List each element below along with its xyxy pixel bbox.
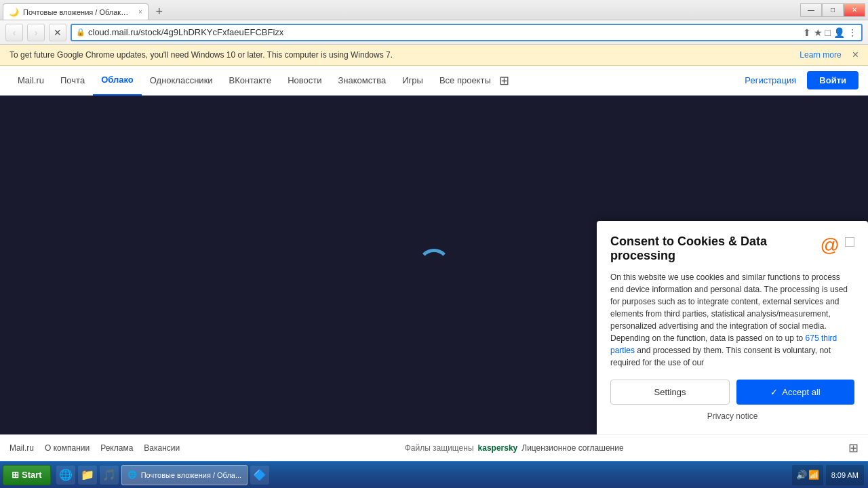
maximize-button[interactable]: □: [822, 3, 844, 17]
back-icon: ‹: [13, 27, 16, 38]
reload-button[interactable]: ✕: [49, 24, 66, 41]
minimize-button[interactable]: —: [800, 3, 822, 17]
cookie-dialog-buttons: Settings ✓ Accept all: [610, 380, 854, 405]
taskbar-right: 🔊 📶 8:09 AM: [792, 465, 868, 485]
site-navigation: Mail.ru Почта Облако Одноклассники ВКонт…: [0, 66, 868, 96]
footer-left-links: Mail.ru О компании Реклама Вакансии: [9, 443, 180, 453]
bookmark-icon[interactable]: ★: [814, 27, 823, 38]
navigation-bar: ‹ › ✕ 🔒 ⬆ ★ □ 👤 ⋮: [0, 20, 868, 45]
info-bar-close[interactable]: ×: [852, 49, 859, 61]
taskbar-ie-icon[interactable]: 🌐: [56, 466, 75, 485]
cookie-settings-button[interactable]: Settings: [610, 380, 730, 405]
back-button[interactable]: ‹: [5, 24, 23, 41]
chrome-favicon: 🌐: [127, 470, 137, 479]
main-content: Consent to Cookies & Data processing @ O…: [0, 96, 868, 434]
new-tab-button[interactable]: +: [151, 3, 167, 20]
learn-more-link[interactable]: Learn more: [800, 50, 841, 60]
info-bar: To get future Google Chrome updates, you…: [0, 45, 868, 66]
forward-icon: ›: [35, 27, 38, 38]
nav-item-znakomstva[interactable]: Знакомства: [330, 66, 394, 96]
clock-time: 8:09 AM: [831, 471, 859, 479]
privacy-notice-link[interactable]: Privacy notice: [610, 411, 854, 421]
taskbar-folder-icon[interactable]: 📁: [78, 466, 97, 485]
browser-tab[interactable]: 🌙 Почтовые вложения / Облако Ма... ×: [3, 3, 149, 20]
network-icon[interactable]: 📶: [808, 470, 819, 480]
cookie-dialog-title: Consent to Cookies & Data processing: [610, 235, 815, 263]
footer-vacancies[interactable]: Вакансии: [144, 443, 180, 453]
site-footer: Mail.ru О компании Реклама Вакансии Файл…: [0, 434, 868, 461]
nav-item-pochta[interactable]: Почта: [52, 66, 93, 96]
taskbar-quick-launch: 🌐 📁 🎵 🌐 Почтовые вложения / Обла... 🔷: [56, 465, 269, 485]
start-label: Start: [22, 470, 42, 480]
cookie-consent-dialog: Consent to Cookies & Data processing @ O…: [597, 221, 868, 434]
profile-icon[interactable]: 👤: [833, 27, 845, 38]
nav-item-odnoklassniki[interactable]: Одноклассники: [142, 66, 221, 96]
cookie-accept-button[interactable]: ✓ Accept all: [736, 380, 854, 405]
nav-item-vsepro[interactable]: Все проекты: [431, 66, 499, 96]
nav-item-vkontakte[interactable]: ВКонтакте: [221, 66, 280, 96]
title-bar: 🌙 Почтовые вложения / Облако Ма... × + —…: [0, 0, 868, 20]
extensions-icon[interactable]: □: [825, 27, 831, 38]
address-bar-input[interactable]: [88, 27, 800, 37]
footer-about[interactable]: О компании: [45, 443, 90, 453]
footer-middle: Файлы защищены kaspersky Лицензионное со…: [180, 443, 848, 453]
reload-icon: ✕: [54, 27, 62, 38]
loading-spinner: [418, 249, 450, 281]
cookie-dialog-body: On this website we use cookies and simil…: [610, 271, 854, 369]
address-bar-icons: ⬆ ★ □ 👤 ⋮: [803, 27, 857, 38]
browser-window: 🌙 Почтовые вложения / Облако Ма... × + —…: [0, 0, 868, 461]
chrome-tab-label: Почтовые вложения / Обла...: [141, 471, 241, 479]
accept-label: Accept all: [782, 387, 820, 397]
tab-favicon: 🌙: [9, 7, 19, 17]
forward-button[interactable]: ›: [27, 24, 45, 41]
footer-ads[interactable]: Реклама: [100, 443, 133, 453]
tab-area: 🌙 Почтовые вложения / Облако Ма... × +: [3, 0, 795, 20]
footer-files-protected-text: Файлы защищены: [405, 443, 474, 453]
tab-title: Почтовые вложения / Облако Ма...: [23, 8, 132, 16]
system-tray: 🔊 📶: [792, 465, 823, 485]
close-button[interactable]: ✕: [844, 3, 865, 17]
site-nav-right: Регистрация Войти: [739, 71, 859, 89]
nav-item-mailru[interactable]: Mail.ru: [9, 66, 52, 96]
taskbar-clock[interactable]: 8:09 AM: [826, 465, 864, 485]
cookie-dialog-header: Consent to Cookies & Data processing @: [610, 235, 854, 263]
nav-item-novosti[interactable]: Новости: [279, 66, 330, 96]
nav-item-oblako[interactable]: Облако: [93, 66, 142, 96]
start-icon: ⊞: [12, 470, 19, 480]
taskbar-chrome-item[interactable]: 🌐 Почтовые вложения / Обла...: [121, 465, 248, 485]
login-button[interactable]: Войти: [807, 71, 859, 89]
nav-item-igry[interactable]: Игры: [394, 66, 431, 96]
register-button[interactable]: Регистрация: [739, 75, 802, 85]
all-projects-grid-icon[interactable]: ⊞: [499, 73, 509, 88]
tab-close-btn[interactable]: ×: [138, 8, 142, 16]
cookie-checkbox[interactable]: [845, 237, 854, 247]
footer-kaspersky-link[interactable]: kaspersky: [478, 443, 518, 453]
mail-logo-icon: @: [821, 235, 840, 256]
footer-license[interactable]: Лицензионное соглашение: [521, 443, 623, 453]
qr-icon: ⊞: [848, 441, 859, 455]
taskbar-media-icon[interactable]: 🎵: [100, 466, 119, 485]
info-bar-message: To get future Google Chrome updates, you…: [9, 50, 794, 60]
start-button[interactable]: ⊞ Start: [3, 465, 51, 485]
menu-icon[interactable]: ⋮: [848, 27, 857, 38]
lock-icon: 🔒: [76, 28, 85, 37]
address-bar-container: 🔒 ⬆ ★ □ 👤 ⋮: [71, 24, 863, 41]
footer-mailru[interactable]: Mail.ru: [9, 443, 34, 453]
footer-right: ⊞: [848, 441, 859, 455]
share-icon[interactable]: ⬆: [803, 27, 811, 38]
windows-taskbar: ⊞ Start 🌐 📁 🎵 🌐 Почтовые вложения / Обла…: [0, 461, 868, 488]
taskbar-edge-icon[interactable]: 🔷: [250, 466, 269, 485]
window-controls: — □ ✕: [800, 3, 865, 17]
accept-check-icon: ✓: [770, 387, 778, 397]
speaker-icon[interactable]: 🔊: [796, 470, 807, 480]
